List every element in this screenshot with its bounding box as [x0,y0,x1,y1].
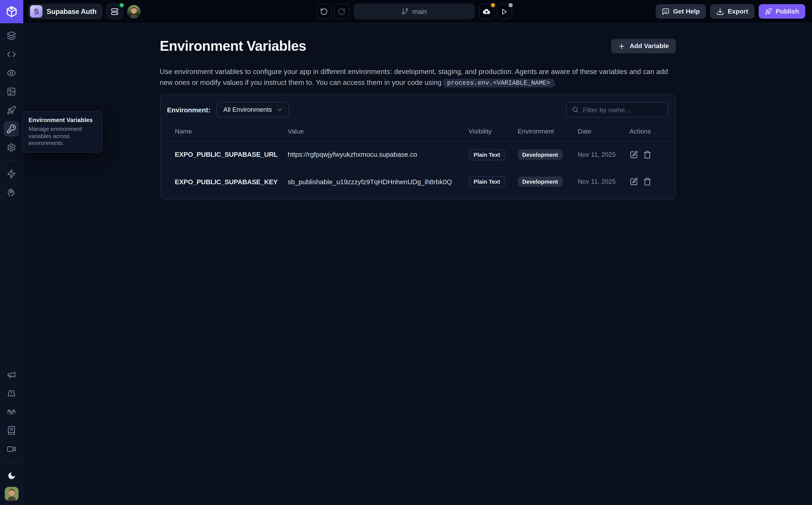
download-icon [716,7,724,15]
environment-badge: Development [518,176,563,187]
app-title: Supabase Auth [46,7,97,15]
export-label: Export [728,8,748,15]
status-dot-gray [508,3,512,7]
lightning-icon [7,169,16,178]
variable-name: EXPO_PUBLIC_SUPABASE_KEY [175,178,287,186]
environment-dropdown[interactable]: All Environments [217,102,289,117]
plus-icon [618,42,625,50]
environment-filter-label: Environment: [167,106,210,114]
export-button[interactable]: Export [710,4,755,19]
sidebar-item-env-variables[interactable] [4,121,19,137]
publish-label: Publish [776,8,799,15]
description-text: Use environment variables to configure y… [160,68,668,86]
sidebar-item-automations[interactable] [4,166,19,182]
brain-icon [7,188,16,197]
avatar-photo [4,487,18,501]
sidebar-item-community[interactable] [4,404,19,419]
variable-name: EXPO_PUBLIC_SUPABASE_URL [175,151,287,158]
sidebar-tooltip: Environment Variables Manage environment… [22,111,103,152]
avatar-photo [128,5,141,18]
integrations-button[interactable] [106,4,123,19]
redo-button[interactable] [334,4,349,19]
rocket-icon [7,106,16,115]
left-sidebar [0,23,23,505]
table-row: EXPO_PUBLIC_SUPABASE_URL https://rgfpqwj… [160,141,675,168]
chevron-down-icon [276,106,283,113]
app-window: S Supabase Auth [0,0,812,505]
edit-icon [629,178,638,186]
users-icon [7,407,16,416]
sidebar-item-deploy[interactable] [4,103,19,118]
publish-button[interactable]: Publish [759,4,805,19]
delete-variable-button[interactable] [643,178,651,186]
add-variable-label: Add Variable [629,42,669,49]
environment-badge: Development [518,149,563,160]
trash-icon [643,178,651,186]
branch-selector[interactable]: main [353,4,475,19]
add-variable-button[interactable]: Add Variable [611,39,676,53]
page-title: Environment Variables [160,38,306,54]
sidebar-divider [4,462,19,463]
user-avatar[interactable] [127,4,141,18]
description-period: . [554,78,556,86]
key-icon [7,124,16,134]
variable-value: https://rgfpqwjyfwyukzhxmocu.supabase.co [287,151,468,158]
edit-icon [629,150,638,158]
variable-date: Nov 11, 2025 [578,151,629,158]
gear-icon [7,143,16,152]
environment-dropdown-value: All Environments [223,106,272,113]
road-alert-icon [7,388,16,398]
column-header-actions: Actions [629,128,661,135]
column-header-name: Name [175,128,287,135]
top-bar: S Supabase Auth [0,0,812,23]
variable-date: Nov 11, 2025 [578,178,629,185]
status-dot-green [120,3,124,7]
column-header-value: Value [287,128,468,135]
sidebar-item-assets[interactable] [4,84,19,99]
sidebar-item-roadmap[interactable] [4,385,19,401]
edit-variable-button[interactable] [629,178,638,186]
filter-input[interactable] [583,106,663,114]
sidebar-divider [4,160,19,161]
undo-icon [320,7,328,15]
code-icon [7,49,16,59]
column-header-date: Date [578,128,629,135]
video-icon [7,444,16,454]
branch-name: main [412,7,427,15]
image-icon [7,87,16,96]
tooltip-title: Environment Variables [28,117,96,123]
app-s-icon: S [30,5,42,18]
edit-variable-button[interactable] [629,150,638,158]
sidebar-item-preview[interactable] [4,65,19,81]
sidebar-user-avatar[interactable] [4,487,18,501]
sidebar-item-layers[interactable] [4,28,19,43]
get-help-label: Get Help [673,8,700,15]
sidebar-item-settings[interactable] [4,140,19,155]
layers-icon [7,31,16,40]
project-switcher[interactable]: S Supabase Auth [28,4,103,19]
theme-toggle[interactable] [4,468,19,483]
message-smile-icon [662,7,670,15]
book-icon [7,426,16,435]
description-code-snippet: process.env.<VARIABLE_NAME> [443,78,554,88]
preview-play-button[interactable] [496,4,512,19]
sidebar-item-docs[interactable] [4,423,19,438]
home-logo-button[interactable] [0,0,23,23]
megaphone-icon [7,370,16,379]
cloud-upload-icon [482,7,491,16]
tooltip-body: Manage environment variables across envi… [28,126,96,147]
undo-button[interactable] [316,4,332,19]
status-dot-amber [491,3,495,7]
redo-icon [338,7,345,15]
sidebar-item-announcements[interactable] [4,367,19,382]
table-header-row: Name Value Visibility Environment Date A… [160,122,675,141]
sidebar-item-ai[interactable] [4,185,19,200]
get-help-button[interactable]: Get Help [656,4,706,19]
play-icon [500,7,508,15]
sidebar-item-tutorials[interactable] [4,441,19,457]
delete-variable-button[interactable] [643,150,651,158]
column-header-visibility: Visibility [468,128,518,135]
sync-cloud-button[interactable] [479,4,494,19]
table-body: EXPO_PUBLIC_SUPABASE_URL https://rgfpqwj… [160,141,675,195]
sidebar-item-code[interactable] [4,46,19,62]
